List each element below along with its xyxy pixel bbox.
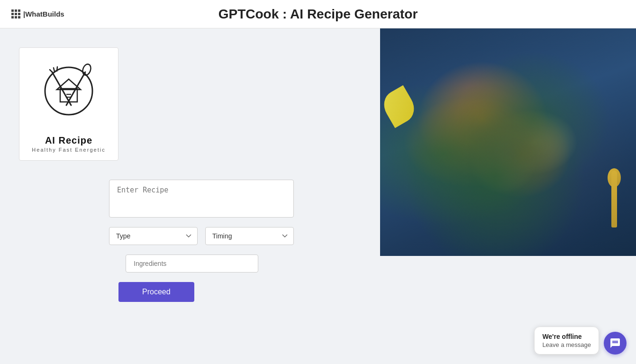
- chat-icon: [609, 337, 621, 349]
- ingredients-input[interactable]: [126, 255, 258, 273]
- svg-line-6: [57, 67, 57, 71]
- spoon-decoration: [611, 171, 617, 228]
- recipe-input[interactable]: [109, 180, 294, 218]
- timing-dropdown[interactable]: Timing Quick (< 15 min) Medium (15-30 mi…: [205, 227, 294, 245]
- chat-leave-message: Leave a message: [542, 341, 591, 348]
- svg-point-0: [45, 67, 92, 115]
- recipe-form: Type Breakfast Lunch Dinner Snack Timing…: [19, 180, 303, 302]
- svg-point-8: [81, 63, 92, 76]
- food-overlay: [380, 28, 636, 256]
- main-content: AI Recipe Healthy Fast Energetic Type Br…: [0, 28, 636, 364]
- logo-icon-area: [31, 55, 107, 131]
- svg-line-4: [50, 70, 52, 72]
- chat-open-button[interactable]: [604, 332, 627, 355]
- food-image: [380, 28, 636, 256]
- svg-marker-2: [57, 79, 81, 90]
- svg-line-5: [54, 68, 55, 72]
- page-title: GPTCook : AI Recipe Generator: [218, 7, 418, 22]
- logo-text: |WhatBuilds: [23, 10, 64, 18]
- logo[interactable]: |WhatBuilds: [11, 9, 64, 18]
- logo-tagline: Healthy Fast Energetic: [32, 147, 105, 153]
- ai-recipe-logo-svg: [36, 60, 102, 127]
- brand-name: AI Recipe: [45, 135, 92, 146]
- left-panel: AI Recipe Healthy Fast Energetic Type Br…: [0, 28, 380, 364]
- dropdowns-row: Type Breakfast Lunch Dinner Snack Timing…: [109, 227, 294, 245]
- brand-logo-card: AI Recipe Healthy Fast Energetic: [19, 47, 118, 161]
- chat-widget: We're offline Leave a message: [534, 327, 627, 355]
- right-panel: [380, 28, 636, 364]
- type-dropdown[interactable]: Type Breakfast Lunch Dinner Snack: [109, 227, 198, 245]
- chat-bubble: We're offline Leave a message: [534, 327, 599, 355]
- header: |WhatBuilds GPTCook : AI Recipe Generato…: [0, 0, 636, 28]
- proceed-button[interactable]: Proceed: [118, 282, 194, 302]
- chat-offline-text: We're offline: [542, 333, 591, 340]
- grid-icon: [11, 9, 20, 18]
